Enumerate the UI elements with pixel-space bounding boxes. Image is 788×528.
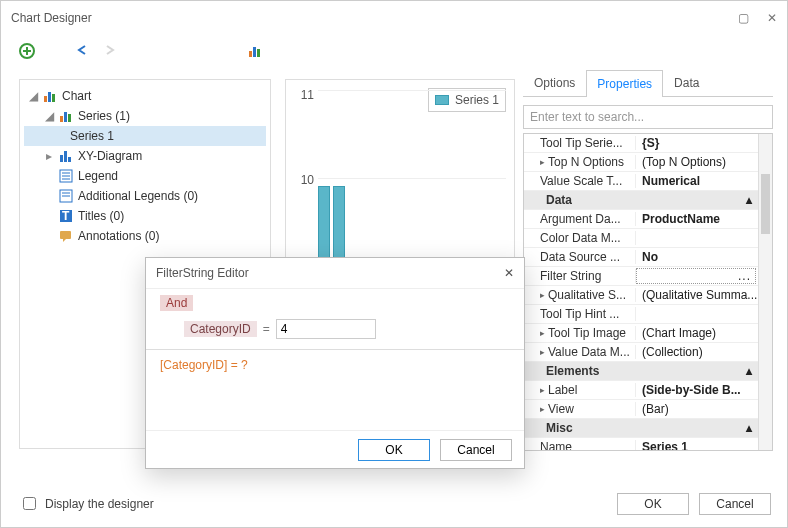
tab-data[interactable]: Data [663, 69, 710, 96]
scrollbar[interactable] [758, 134, 772, 450]
window-title: Chart Designer [11, 11, 92, 25]
search-input[interactable]: Enter text to search... [523, 105, 773, 129]
prop-filter-string[interactable]: Filter String... [524, 267, 772, 286]
svg-rect-9 [60, 116, 63, 122]
svg-rect-24 [60, 231, 71, 239]
filter-operator[interactable]: = [263, 322, 270, 336]
filter-string-button[interactable]: ... [636, 268, 756, 284]
svg-rect-13 [64, 151, 67, 162]
legends-icon [58, 188, 74, 204]
titlebar: Chart Designer ▢ ✕ [1, 1, 787, 35]
chart-icon [42, 88, 58, 104]
filter-field[interactable]: CategoryID [184, 321, 257, 337]
ok-button[interactable]: OK [617, 493, 689, 515]
tree-addl-legends[interactable]: Additional Legends (0) [24, 186, 266, 206]
maximize-icon[interactable]: ▢ [738, 11, 749, 25]
group-operator[interactable]: And [160, 295, 193, 311]
series-group-icon [58, 108, 74, 124]
svg-rect-12 [60, 155, 63, 162]
legend-icon [58, 168, 74, 184]
filter-value-input[interactable] [276, 319, 376, 339]
display-designer-checkbox[interactable] [23, 497, 36, 510]
diagram-icon [58, 148, 74, 164]
tab-properties[interactable]: Properties [586, 70, 663, 97]
toolbar [1, 35, 787, 67]
undo-icon[interactable] [75, 43, 91, 59]
condition-row: CategoryID = [184, 319, 510, 339]
close-icon[interactable]: ✕ [767, 11, 777, 25]
svg-rect-8 [52, 94, 55, 102]
category-data[interactable]: Data▴ [524, 191, 772, 210]
tree-annotations[interactable]: Annotations (0) [24, 226, 266, 246]
svg-rect-11 [68, 114, 71, 122]
tree-series-group[interactable]: ◢Series (1) [24, 106, 266, 126]
redo-icon[interactable] [101, 43, 117, 59]
filter-preview: [CategoryID] = ? [160, 358, 510, 372]
svg-rect-6 [44, 96, 47, 102]
dialog-ok-button[interactable]: OK [358, 439, 430, 461]
titles-icon: T [58, 208, 74, 224]
tree-titles[interactable]: TTitles (0) [24, 206, 266, 226]
category-misc[interactable]: Misc▴ [524, 419, 772, 438]
svg-rect-4 [253, 47, 256, 57]
svg-text:T: T [62, 209, 70, 223]
annotations-icon [58, 228, 74, 244]
dialog-cancel-button[interactable]: Cancel [440, 439, 512, 461]
property-grid: Tool Tip Serie...{S} ▸Top N Options(Top … [523, 133, 773, 451]
svg-rect-10 [64, 112, 67, 122]
tab-options[interactable]: Options [523, 69, 586, 96]
svg-rect-14 [68, 157, 71, 162]
tabs: Options Properties Data [523, 69, 773, 97]
right-panel: Options Properties Data Enter text to se… [523, 69, 773, 459]
tree-xydiagram[interactable]: ▸XY-Diagram [24, 146, 266, 166]
svg-rect-7 [48, 92, 51, 102]
chart-type-icon[interactable] [247, 43, 263, 59]
dialog-close-icon[interactable]: ✕ [504, 266, 514, 280]
add-icon[interactable] [19, 43, 35, 59]
tree-legend[interactable]: Legend [24, 166, 266, 186]
dialog-title: FilterString Editor [156, 266, 249, 280]
svg-rect-5 [257, 49, 260, 57]
tree-series1[interactable]: Series 1 [24, 126, 266, 146]
tree-chart[interactable]: ◢Chart [24, 86, 266, 106]
cancel-button[interactable]: Cancel [699, 493, 771, 515]
svg-rect-3 [249, 51, 252, 57]
display-designer-label: Display the designer [45, 497, 154, 511]
category-elements[interactable]: Elements▴ [524, 362, 772, 381]
footer: Display the designer [19, 494, 154, 513]
chart-designer-window: Chart Designer ▢ ✕ ◢Chart ◢Series (1) Se… [0, 0, 788, 528]
filterstring-editor-dialog: FilterString Editor ✕ And CategoryID = [… [145, 257, 525, 469]
